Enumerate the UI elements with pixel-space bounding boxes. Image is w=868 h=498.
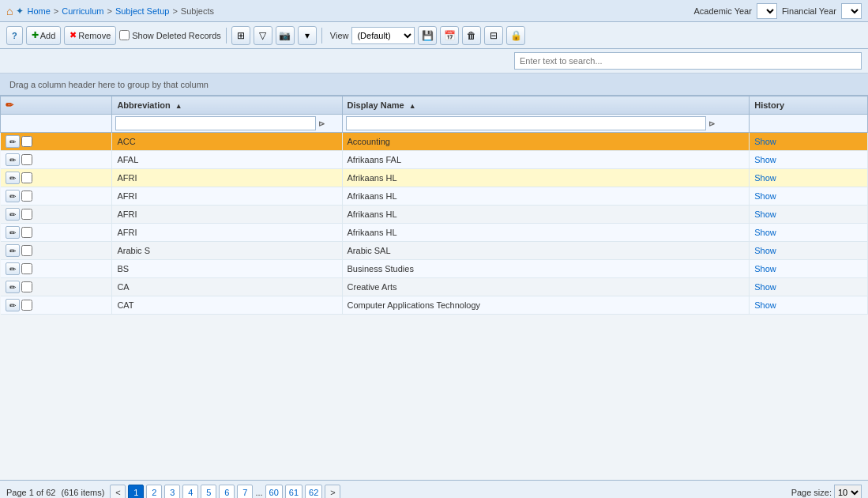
row-checkbox[interactable]: [21, 136, 32, 147]
action-cell: ✏: [1, 296, 112, 315]
page-62-button[interactable]: 62: [305, 485, 322, 499]
pencil-icon: ✏: [6, 100, 13, 111]
camera-button[interactable]: 📷: [276, 26, 295, 45]
row-checkbox[interactable]: [21, 281, 32, 292]
table-row: ✏ AFRIAfrikaans HLShow: [1, 224, 868, 242]
table-row: ✏ AFRIAfrikaans HLShow: [1, 187, 868, 206]
history-cell: Show: [750, 133, 868, 151]
page-4-button[interactable]: 4: [182, 485, 198, 499]
page-7-button[interactable]: 7: [237, 485, 253, 499]
remove-icon: ✖: [70, 30, 77, 40]
abbr-filter-input[interactable]: [115, 116, 316, 130]
show-history-link[interactable]: Show: [754, 173, 776, 183]
filter-button[interactable]: ▽: [254, 26, 272, 45]
prev-page-button[interactable]: <: [110, 485, 126, 499]
display-name-cell: Accounting: [342, 133, 750, 151]
grid-button[interactable]: ⊞: [231, 26, 250, 45]
action-cell: ✏: [1, 278, 112, 296]
row-checkbox[interactable]: [21, 245, 32, 256]
show-history-link[interactable]: Show: [754, 282, 776, 292]
row-checkbox[interactable]: [21, 263, 32, 274]
table-row: ✏ BSBusiness StudiesShow: [1, 260, 868, 278]
show-history-link[interactable]: Show: [754, 155, 776, 164]
financial-year-select[interactable]: [841, 3, 862, 19]
row-checkbox[interactable]: [21, 191, 32, 202]
lock-button[interactable]: 🔒: [506, 26, 525, 45]
show-history-link[interactable]: Show: [754, 191, 776, 201]
table-header-row: ✏ Abbreviation ▲ Display Name ▲ History: [1, 96, 868, 115]
page-3-button[interactable]: 3: [164, 485, 180, 499]
page-2-button[interactable]: 2: [146, 485, 162, 499]
academic-year-select[interactable]: [757, 3, 777, 19]
abbr-filter-icon[interactable]: ⊳: [318, 119, 325, 128]
edit-button[interactable]: ✏: [6, 172, 20, 184]
next-page-button[interactable]: >: [325, 485, 340, 499]
search-input[interactable]: [514, 52, 862, 70]
col-header-display-name[interactable]: Display Name ▲: [342, 96, 750, 115]
history-cell: Show: [750, 260, 868, 278]
display-name-cell: Arabic SAL: [342, 242, 750, 260]
edit-button[interactable]: ✏: [6, 135, 20, 148]
abbreviation-cell: AFRI: [112, 187, 342, 206]
table-row: ✏ CATComputer Applications TechnologySho…: [1, 296, 868, 315]
save-view-button[interactable]: 💾: [418, 26, 437, 45]
show-deleted-checkbox[interactable]: [119, 30, 130, 40]
edit-button[interactable]: ✏: [6, 208, 20, 221]
breadcrumb-sep2: >: [107, 6, 111, 16]
add-button[interactable]: ✚ Add: [26, 26, 62, 45]
home-icon: ⌂: [6, 5, 13, 17]
history-cell: Show: [750, 187, 868, 206]
table-row: ✏ CACreative ArtsShow: [1, 278, 868, 296]
row-checkbox[interactable]: [21, 300, 32, 311]
edit-button[interactable]: ✏: [6, 299, 20, 311]
delete-view-button[interactable]: 🗑: [462, 26, 481, 45]
edit-button[interactable]: ✏: [6, 153, 20, 166]
show-history-link[interactable]: Show: [754, 228, 776, 237]
edit-button[interactable]: ✏: [6, 226, 20, 239]
page-size-select[interactable]: 10 25 50: [834, 485, 862, 499]
table-filter-row: ⊳ ⊳: [1, 115, 868, 133]
row-checkbox[interactable]: [21, 209, 32, 220]
display-filter-input[interactable]: [346, 116, 706, 130]
edit-button[interactable]: ✏: [6, 262, 20, 275]
home-link[interactable]: Home: [27, 6, 50, 16]
col-header-actions: ✏: [1, 96, 112, 115]
remove-button[interactable]: ✖ Remove: [64, 26, 116, 45]
page-size-label: Page size:: [791, 488, 832, 497]
show-deleted-label[interactable]: Show Deleted Records: [119, 30, 221, 40]
help-button[interactable]: ?: [6, 26, 23, 45]
display-name-cell: Afrikaans HL: [342, 187, 750, 206]
dropdown-button[interactable]: ▾: [298, 26, 317, 45]
financial-year-label: Financial Year: [782, 6, 836, 16]
breadcrumb-2: Subject Setup: [115, 6, 170, 16]
show-history-link[interactable]: Show: [754, 137, 776, 146]
action-cell: ✏: [1, 242, 112, 260]
show-history-link[interactable]: Show: [754, 209, 776, 219]
display-name-cell: Afrikaans HL: [342, 169, 750, 187]
calendar-button[interactable]: 📅: [440, 26, 459, 45]
row-checkbox[interactable]: [21, 154, 32, 165]
col-header-abbreviation[interactable]: Abbreviation ▲: [112, 96, 342, 115]
row-checkbox[interactable]: [21, 227, 32, 238]
show-history-link[interactable]: Show: [754, 264, 776, 274]
academic-year-label: Academic Year: [694, 6, 752, 16]
show-history-link[interactable]: Show: [754, 300, 776, 310]
columns-button[interactable]: ⊟: [484, 26, 503, 45]
abbreviation-cell: AFRI: [112, 206, 342, 224]
display-filter-icon[interactable]: ⊳: [708, 119, 715, 128]
view-select[interactable]: (Default): [351, 27, 415, 44]
edit-button[interactable]: ✏: [6, 244, 20, 257]
page-1-button[interactable]: 1: [128, 485, 144, 499]
page-6-button[interactable]: 6: [219, 485, 235, 499]
edit-button[interactable]: ✏: [6, 281, 20, 293]
page-5-button[interactable]: 5: [201, 485, 216, 499]
abbreviation-cell: BS: [112, 260, 342, 278]
filter-history-cell: [750, 115, 868, 133]
action-cell: ✏: [1, 206, 112, 224]
edit-button[interactable]: ✏: [6, 190, 20, 202]
page-60-button[interactable]: 60: [265, 485, 283, 499]
row-checkbox[interactable]: [21, 172, 32, 183]
page-61-button[interactable]: 61: [285, 485, 302, 499]
history-cell: Show: [750, 242, 868, 260]
show-history-link[interactable]: Show: [754, 246, 776, 255]
